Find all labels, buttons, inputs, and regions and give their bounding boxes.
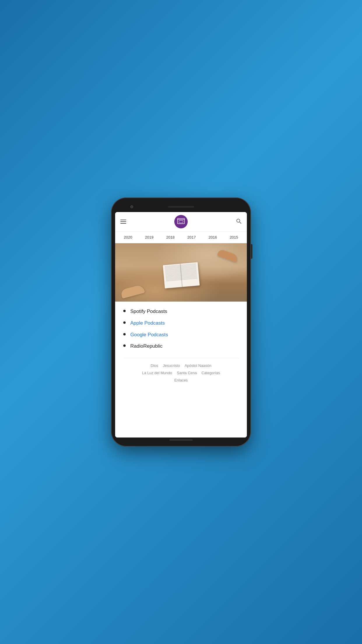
bullet-icon (123, 344, 126, 347)
tag-santa-cena[interactable]: Santa Cena (177, 371, 197, 375)
list-item: RadioRepublic (123, 343, 239, 350)
tag-categorias[interactable]: Categorías (201, 371, 220, 375)
tags-row-1: Dios Jesucristo Apóstol Naasón (123, 363, 239, 368)
list-item: Google Podcasts (123, 331, 239, 338)
app-header (115, 212, 247, 232)
year-tab-2020[interactable]: 2020 (123, 235, 133, 240)
year-tab-2019[interactable]: 2019 (144, 235, 155, 240)
phone-side-button (251, 244, 252, 259)
phone-top-bar (115, 203, 247, 211)
footer-tags: Dios Jesucristo Apóstol Naasón La Luz de… (123, 358, 239, 382)
list-item: Apple Podcasts (123, 320, 239, 327)
bullet-icon (123, 321, 126, 324)
bullet-icon (123, 310, 126, 312)
svg-line-4 (240, 222, 241, 223)
search-icon[interactable] (236, 218, 242, 225)
tags-row-3: Enlaces (123, 378, 239, 382)
year-tab-2017[interactable]: 2017 (186, 235, 197, 240)
radiorepublic-label: RadioRepublic (130, 343, 163, 350)
svg-rect-2 (179, 220, 183, 223)
year-tab-2018[interactable]: 2018 (165, 235, 176, 240)
tag-jesucristo[interactable]: Jesucristo (163, 363, 180, 368)
year-tabs-bar: 2020 2019 2018 2017 2016 2015 (115, 232, 247, 243)
tag-apostol-naason[interactable]: Apóstol Naasón (184, 363, 211, 368)
year-tab-2016[interactable]: 2016 (207, 235, 218, 240)
bible-book-decoration (163, 262, 200, 288)
spotify-podcasts-label: Spotify Podcasts (130, 308, 167, 315)
bullet-icon (123, 333, 126, 335)
app-logo[interactable] (174, 215, 188, 228)
podcast-list: Spotify Podcasts Apple Podcasts Google P… (123, 308, 239, 350)
phone-frame: 2020 2019 2018 2017 2016 2015 (111, 197, 251, 447)
svg-point-3 (237, 219, 240, 222)
menu-icon[interactable] (120, 220, 126, 224)
tag-dios[interactable]: Dios (151, 363, 158, 368)
phone-screen: 2020 2019 2018 2017 2016 2015 (115, 212, 247, 438)
phone-camera (130, 205, 133, 208)
apple-podcasts-link[interactable]: Apple Podcasts (130, 320, 165, 327)
tag-enlaces[interactable]: Enlaces (174, 378, 188, 382)
hand-right-decoration (217, 249, 239, 262)
tag-la-luz-del-mundo[interactable]: La Luz del Mundo (142, 371, 172, 375)
content-section: Spotify Podcasts Apple Podcasts Google P… (115, 302, 247, 438)
hand-left-decoration (120, 284, 145, 299)
list-item: Spotify Podcasts (123, 308, 239, 315)
tags-row-2: La Luz del Mundo Santa Cena Categorías (123, 371, 239, 375)
phone-speaker (168, 206, 194, 208)
google-podcasts-link[interactable]: Google Podcasts (130, 331, 168, 338)
hero-image (115, 243, 247, 302)
phone-bottom-bar (169, 439, 193, 441)
year-tab-2015[interactable]: 2015 (229, 235, 239, 240)
